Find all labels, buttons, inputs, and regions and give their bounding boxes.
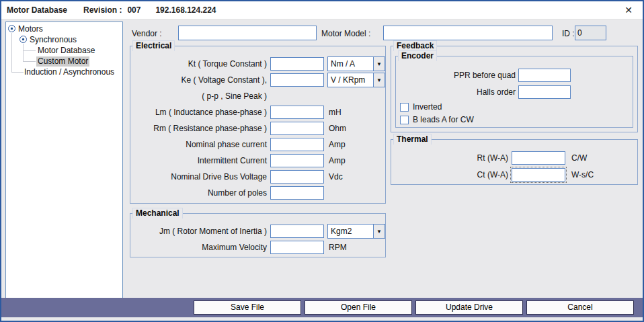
form-row: Lm ( Inductance phase-phase ) mH: [130, 106, 385, 119]
id-label: ID :: [562, 29, 575, 38]
form-row: ( p-p , Sine Peak ): [130, 89, 385, 103]
bus-voltage-input[interactable]: [270, 170, 324, 184]
tree-item-synchronous[interactable]: Synchronous: [30, 35, 77, 45]
form-row: Ke ( Voltage Constant ), V / KRpm ▼: [130, 73, 385, 87]
electrical-group-title: Electrical: [132, 40, 175, 51]
max-velocity-input[interactable]: [270, 241, 324, 254]
tree-connector: [23, 50, 36, 51]
form-row: Ct (W-A) W-s/C: [391, 168, 637, 182]
intermittent-current-label: Intermittent Current: [130, 156, 270, 165]
nominal-phase-current-label: Nominal phase current: [130, 140, 270, 149]
halls-order-label: Halls order: [396, 87, 518, 97]
form-row: Maximum Velocity RPM: [130, 241, 385, 254]
poles-label: Number of poles: [130, 188, 270, 198]
bus-voltage-label: Nominal Drive Bus Voltage: [130, 172, 270, 182]
ip-address: 192.168.124.224: [155, 5, 216, 15]
vendor-label: Vendor :: [132, 29, 162, 38]
ke-input[interactable]: [270, 73, 324, 87]
max-velocity-unit: RPM: [329, 243, 347, 252]
form-row: Intermittent Current Amp: [130, 154, 385, 167]
motor-database-dialog: Motor Database Revision : 007 192.168.12…: [0, 0, 644, 322]
kt-unit-value: Nm / A: [328, 57, 373, 71]
encoder-group: Encoder PPR before quad Halls order Inve…: [395, 56, 633, 128]
b-leads-a-checkbox[interactable]: [400, 116, 409, 124]
tree-item-motors[interactable]: Motors: [18, 24, 43, 34]
ke-sub-label: ( p-p , Sine Peak ): [130, 91, 270, 101]
ppr-label: PPR before quad: [396, 71, 518, 80]
ke-unit-value: V / KRpm: [328, 73, 373, 87]
rt-input[interactable]: [512, 151, 565, 165]
bus-voltage-unit: Vdc: [329, 172, 343, 182]
cancel-button[interactable]: Cancel: [526, 300, 634, 315]
tree-connector: [11, 72, 24, 73]
kt-unit-dropdown[interactable]: Nm / A ▼: [327, 56, 385, 71]
lm-input[interactable]: [270, 106, 324, 119]
jm-input[interactable]: [270, 225, 324, 238]
tree-item-motor-database[interactable]: Motor Database: [38, 46, 95, 56]
update-drive-button[interactable]: Update Drive: [415, 300, 523, 315]
intermittent-current-input[interactable]: [270, 154, 324, 167]
inverted-label: Inverted: [413, 102, 442, 112]
chevron-down-icon[interactable]: ▼: [373, 225, 385, 238]
tree-node-icon: [19, 36, 27, 43]
form-row: PPR before quad: [396, 69, 633, 82]
motor-model-input[interactable]: [383, 26, 553, 40]
motor-model-label: Motor Model :: [321, 29, 370, 38]
rm-input[interactable]: [270, 122, 324, 135]
rm-unit: Ohm: [329, 124, 346, 133]
rt-unit: C/W: [571, 153, 587, 163]
ppr-input[interactable]: [518, 69, 571, 82]
save-file-button[interactable]: Save File: [194, 300, 301, 315]
checkbox-row: B leads A for CW: [400, 115, 633, 124]
lm-unit: mH: [329, 108, 341, 117]
tree-item-custom-motor[interactable]: Custom Motor: [36, 56, 89, 67]
ct-label: Ct (W-A): [391, 170, 512, 179]
form-row: Jm ( Rotor Moment of Inertia ) Kgm2 ▼: [130, 225, 385, 238]
form-row: Nominal phase current Amp: [130, 138, 385, 151]
form-row: Rt (W-A) C/W: [391, 151, 637, 165]
revision-value: 007: [127, 5, 140, 15]
close-icon[interactable]: ✕: [621, 3, 636, 17]
tree-item-induction-asynchronous[interactable]: Induction / Asynchronous: [24, 67, 114, 77]
motor-tree-panel: Motors Synchronous Motor Database Custom…: [5, 22, 123, 298]
intermittent-current-unit: Amp: [329, 156, 346, 165]
ke-unit-dropdown[interactable]: V / KRpm ▼: [327, 73, 385, 87]
feedback-group: Feedback Encoder PPR before quad Halls o…: [391, 46, 638, 132]
footer-bar: Save File Open File Update Drive Cancel: [1, 298, 643, 317]
chevron-down-icon[interactable]: ▼: [373, 73, 385, 87]
open-file-button[interactable]: Open File: [305, 300, 412, 315]
poles-input[interactable]: [270, 186, 324, 200]
jm-label: Jm ( Rotor Moment of Inertia ): [130, 227, 270, 236]
halls-order-input[interactable]: [518, 85, 571, 99]
kt-input[interactable]: [270, 57, 324, 71]
b-leads-a-label: B leads A for CW: [413, 115, 474, 124]
tree-connector: [11, 33, 12, 73]
title-bar: Motor Database Revision : 007 192.168.12…: [1, 1, 643, 19]
nominal-phase-current-unit: Amp: [329, 140, 346, 149]
jm-unit-value: Kgm2: [328, 225, 373, 238]
mechanical-group: Mechanical Jm ( Rotor Moment of Inertia …: [130, 213, 386, 257]
checkbox-row: Inverted: [400, 102, 633, 112]
revision-label: Revision :: [83, 5, 122, 15]
ct-input[interactable]: [512, 168, 565, 182]
tree-connector: [23, 61, 36, 62]
feedback-group-title: Feedback: [393, 40, 437, 51]
form-row: Halls order: [396, 85, 633, 99]
nominal-phase-current-input[interactable]: [270, 138, 324, 151]
id-input: [575, 26, 606, 40]
form-row: Number of poles: [130, 186, 385, 200]
inverted-checkbox[interactable]: [400, 103, 409, 112]
thermal-group: Thermal Rt (W-A) C/W Ct (W-A) W-s/C: [391, 139, 638, 185]
form-row: Kt ( Torque Constant ) Nm / A ▼: [130, 57, 385, 71]
electrical-group: Electrical Kt ( Torque Constant ) Nm / A…: [130, 46, 386, 204]
jm-unit-dropdown[interactable]: Kgm2 ▼: [327, 224, 385, 239]
mechanical-group-title: Mechanical: [132, 208, 183, 218]
vendor-input[interactable]: [178, 26, 317, 40]
ct-unit: W-s/C: [571, 170, 594, 179]
tree-connector: [23, 44, 24, 61]
max-velocity-label: Maximum Velocity: [130, 243, 270, 252]
chevron-down-icon[interactable]: ▼: [373, 57, 385, 71]
encoder-group-title: Encoder: [398, 50, 437, 61]
rm-label: Rm ( Resistance phase-phase ): [130, 124, 270, 133]
rt-label: Rt (W-A): [391, 153, 512, 163]
